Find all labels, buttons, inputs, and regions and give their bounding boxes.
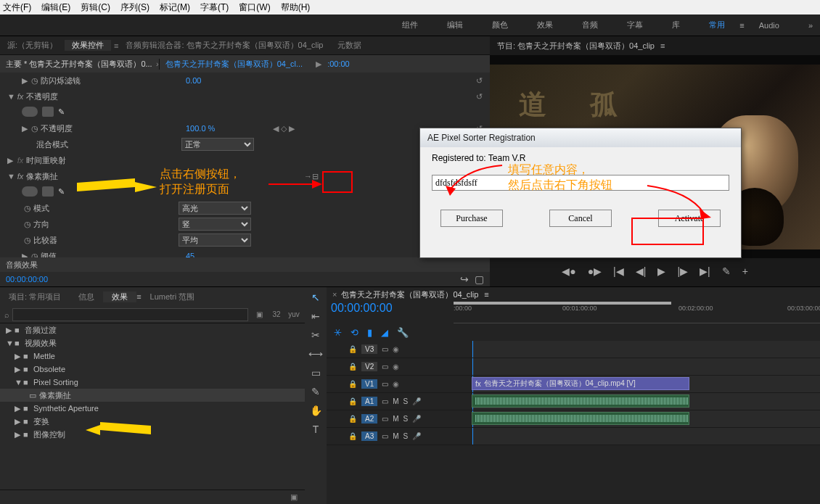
filter-fx-icon[interactable]: ▣ — [253, 310, 266, 318]
solo-icon[interactable]: S — [403, 432, 409, 440]
menu-subtitle[interactable]: 字幕(T) — [200, 1, 229, 13]
go-end-icon[interactable]: ▶| — [700, 265, 710, 277]
settings-icon[interactable]: ◢ — [381, 327, 388, 338]
menu-edit[interactable]: 编辑(E) — [41, 1, 70, 13]
clip-a2[interactable] — [472, 412, 689, 425]
purchase-button[interactable]: Purchase — [440, 210, 503, 227]
tab-common[interactable]: 常用 — [709, 20, 725, 30]
clip-v1[interactable]: fx包青天之开封奇案（国粤双语）04_clip.mp4 [V] — [472, 377, 689, 390]
mask-pen-icon[interactable]: ✎ — [58, 107, 65, 117]
track-a1[interactable]: A1 — [361, 397, 377, 406]
menu-file[interactable]: 文件(F) — [3, 1, 31, 13]
voice-icon[interactable]: 🎤 — [412, 415, 421, 423]
effect-play-icon[interactable]: ▶ — [316, 59, 321, 69]
mute-icon[interactable]: M — [393, 397, 398, 405]
solo-icon[interactable]: S — [403, 397, 409, 405]
tree-audio-trans[interactable]: 音频过渡 — [25, 325, 57, 336]
settings-plus-icon[interactable]: + — [742, 265, 748, 277]
tab-source-none[interactable]: 源:（无剪辑） — [0, 40, 65, 51]
workspace-menu-icon[interactable]: ≡ — [739, 21, 744, 30]
lock-icon[interactable]: 🔒 — [348, 397, 357, 405]
lock-icon[interactable]: 🔒 — [348, 432, 357, 440]
prop-opacity-value[interactable]: 100.0 % — [186, 124, 273, 133]
direction-select[interactable]: 竖 — [179, 218, 251, 231]
reset-icon[interactable]: ↺ — [476, 92, 483, 102]
tree-expand-icon[interactable]: ▼ — [15, 378, 23, 387]
tab-effects[interactable]: 效果 — [537, 20, 553, 30]
clip-a1[interactable] — [472, 394, 689, 408]
stopwatch-icon[interactable]: ◷ — [22, 220, 33, 229]
filter-32-icon[interactable]: 32 — [270, 310, 283, 318]
triangle-icon[interactable]: ▶ — [22, 124, 29, 133]
tab-library[interactable]: 库 — [672, 20, 680, 30]
triangle-down-icon[interactable]: ▼ — [7, 92, 15, 101]
tab-audio-mixer[interactable]: 音频剪辑混合器: 包青天之开封奇案（国粤双语）04_clip — [118, 40, 330, 51]
track-v1[interactable]: V1 — [361, 379, 377, 389]
effect-crumb-master[interactable]: 主要 * 包青天之开封奇案（国粤双语）0... — [0, 59, 156, 70]
tab-metadata[interactable]: 元数据 — [330, 40, 369, 51]
tab-subtitle[interactable]: 字幕 — [627, 20, 643, 30]
step-back-icon[interactable]: ◀| — [636, 265, 647, 277]
tree-synthetic[interactable]: Synthetic Aperture — [33, 404, 99, 413]
tab-lumetri[interactable]: Lumetri 范围 — [142, 292, 204, 302]
tree-obsolete[interactable]: Obsolete — [33, 365, 65, 373]
ripple-tool-icon[interactable]: ✂ — [311, 329, 320, 341]
tree-video-fx[interactable]: 视频效果 — [25, 338, 57, 349]
workspace-more-icon[interactable]: » — [808, 21, 813, 30]
blend-mode-select[interactable]: 正常 — [181, 138, 254, 151]
triangle-icon[interactable]: ▶ — [22, 76, 29, 86]
stopwatch-icon[interactable]: ◷ — [22, 204, 33, 213]
tree-collapse-icon[interactable]: ▶ — [15, 430, 23, 439]
solo-icon[interactable]: S — [403, 415, 409, 423]
toggle-output-icon[interactable]: ▭ — [382, 363, 388, 371]
lock-icon[interactable]: 🔒 — [348, 345, 357, 353]
go-start-icon[interactable]: |◀ — [613, 265, 624, 277]
track-v2[interactable]: V2 — [361, 362, 377, 371]
export-frame-icon[interactable]: ✎ — [722, 265, 731, 277]
prop-threshold-value[interactable]: 45 — [186, 252, 273, 257]
hand-tool-icon[interactable]: ✋ — [310, 405, 322, 416]
menu-sequence[interactable]: 序列(S) — [120, 1, 149, 13]
export-frame-icon[interactable]: ▢ — [475, 273, 484, 285]
eye-icon[interactable]: ◉ — [393, 363, 399, 371]
menu-help[interactable]: 帮助(H) — [281, 1, 311, 13]
eye-icon[interactable]: ◉ — [393, 345, 399, 353]
linked-sel-icon[interactable]: ⟲ — [350, 327, 358, 338]
mask-pen-icon[interactable]: ✎ — [58, 187, 65, 197]
selection-tool-icon[interactable]: ↖ — [311, 292, 320, 303]
tree-expand-icon[interactable]: ▼ — [6, 339, 15, 347]
tree-collapse-icon[interactable]: ▶ — [15, 417, 23, 426]
mute-m-icon[interactable]: ▭ — [382, 415, 388, 423]
lock-icon[interactable]: 🔒 — [348, 363, 357, 371]
wrench-icon[interactable]: 🔧 — [397, 327, 409, 338]
prop-antiflicker-value[interactable]: 0.00 — [186, 76, 273, 85]
tab-info[interactable]: 信息 — [70, 292, 103, 302]
new-bin-icon[interactable]: ▣ — [290, 492, 298, 502]
tree-image-control[interactable]: 图像控制 — [33, 429, 65, 440]
tab-audio[interactable]: 音频 — [582, 20, 598, 30]
program-menu-icon[interactable]: ≡ — [660, 41, 665, 50]
mode-select[interactable]: 高光 — [179, 202, 251, 215]
marker-icon[interactable]: ▮ — [367, 327, 372, 338]
keyframe-nav-icon[interactable]: ◀ ◇ ▶ — [273, 124, 295, 133]
sequence-name[interactable]: 包青天之开封奇案（国粤双语）04_clip — [341, 289, 478, 300]
toggle-output-icon[interactable]: ▭ — [382, 345, 388, 353]
track-a2[interactable]: A2 — [361, 414, 377, 424]
tab-effects-panel[interactable]: 效果 — [103, 292, 136, 302]
pen-tool-icon[interactable]: ✎ — [311, 386, 320, 397]
comparator-select[interactable]: 平均 — [179, 234, 251, 247]
tree-transform[interactable]: 变换 — [33, 416, 49, 427]
eye-icon[interactable]: ◉ — [393, 380, 399, 388]
tree-collapse-icon[interactable]: ▶ — [15, 404, 23, 413]
reset-icon[interactable]: ↺ — [476, 76, 483, 86]
play-icon[interactable]: ▶ — [657, 265, 665, 277]
mute-icon[interactable]: M — [393, 415, 398, 423]
tab-project[interactable]: 项目: 常用项目 — [0, 292, 70, 302]
mask-ellipse-button[interactable] — [22, 107, 38, 117]
tree-pixel-sort-effect[interactable]: 像素撕扯 — [39, 390, 71, 401]
track-select-tool-icon[interactable]: ⇤ — [311, 310, 320, 322]
cancel-button[interactable]: Cancel — [549, 210, 612, 227]
effect-setup-button[interactable]: →⊟ — [304, 172, 319, 181]
stopwatch-icon[interactable]: ◷ — [29, 124, 41, 133]
stopwatch-icon[interactable]: ◷ — [29, 76, 41, 86]
